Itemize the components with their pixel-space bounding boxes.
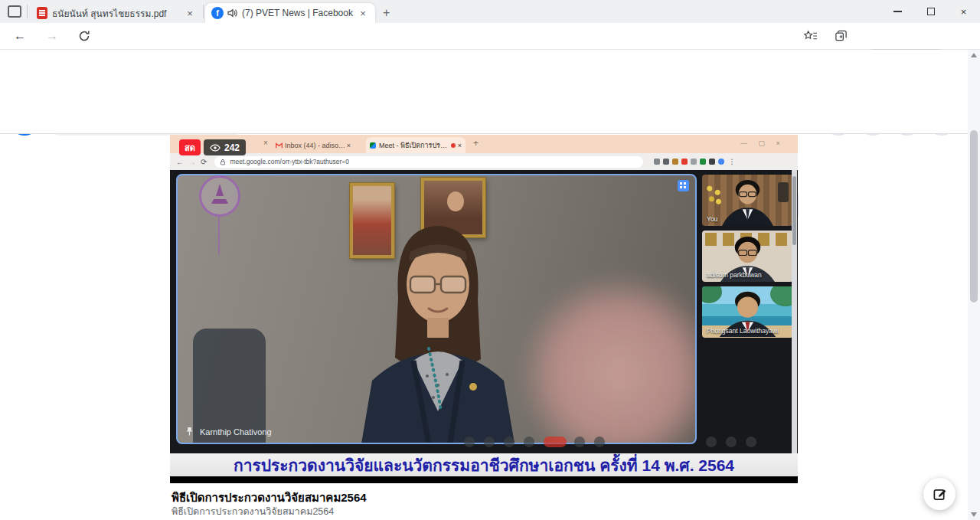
refresh-icon[interactable] xyxy=(78,30,90,42)
inner-refresh-icon: ⟳ xyxy=(201,158,207,166)
inner-back-icon: ← xyxy=(176,158,184,166)
participant-tile: adisorn parkbuwan xyxy=(702,231,793,282)
meet-control xyxy=(706,437,717,447)
window-minimize-button[interactable] xyxy=(881,0,914,23)
participant-tile: You xyxy=(702,175,793,226)
favorites-icon[interactable] xyxy=(804,30,817,42)
meet-control xyxy=(746,437,756,447)
grid-view-icon xyxy=(678,180,689,191)
speaker-namebar: Karnthip Chativong xyxy=(185,427,272,437)
viewer-count-badge: 242 xyxy=(204,139,246,155)
extension-icon xyxy=(691,159,697,165)
scrollbar-thumb[interactable] xyxy=(970,130,978,303)
event-banner-text: การประกวดงานวิจัยและนวัตกรรมอาชีวศึกษาเอ… xyxy=(234,453,734,478)
extension-icon xyxy=(663,159,669,165)
viewer-count: 242 xyxy=(224,142,240,153)
inner-tab-title: Meet - พิธีเปิดการประกวดวิจัย… xyxy=(379,140,449,151)
inner-new-tab-icon: + xyxy=(473,138,479,149)
compose-icon xyxy=(933,487,947,502)
tab-close-icon[interactable]: × xyxy=(357,8,369,19)
star-icon xyxy=(672,159,678,165)
blur-artifact xyxy=(519,274,697,444)
eye-icon xyxy=(210,144,220,152)
pdf-icon xyxy=(37,7,47,19)
recording-dot-icon xyxy=(451,143,456,148)
watermark-tail xyxy=(218,217,220,255)
tab-title: ธนัยนันท์ สุนทรไชยธรรม.pdf xyxy=(52,6,182,21)
video-description: พิธีเปิดการประกวดงานวิจัยสมาคม2564 xyxy=(172,504,334,519)
live-badge: สด xyxy=(179,139,201,155)
gmail-icon xyxy=(276,142,283,149)
letterbox-strip xyxy=(170,476,798,483)
inner-tab-meet: Meet - พิธีเปิดการประกวดวิจัย… × xyxy=(366,137,466,153)
new-tab-icon[interactable]: + xyxy=(383,6,390,20)
inner-chrome-urlbar: ← → ⟳ meet.google.com/orr-yttx-tbk?authu… xyxy=(170,153,798,170)
browser-tab-strip: ธนัยนันท์ สุนทรไชยธรรม.pdf × f (7) PVET … xyxy=(0,0,980,23)
page-scrollbar[interactable] xyxy=(968,50,980,520)
meet-control xyxy=(524,437,534,447)
tab-divider xyxy=(203,5,204,18)
facebook-header: f 9+ 2 Thanainun xyxy=(0,50,980,92)
meet-control xyxy=(726,437,737,447)
participant-label: Phongsant Laowithayawi xyxy=(707,327,779,335)
meet-control xyxy=(484,437,495,447)
inner-forward-icon: → xyxy=(188,158,196,166)
tab-actions-icon[interactable] xyxy=(8,5,21,18)
inner-chrome-tabstrip: × Inbox (44) - adisorn@potkusem… × Meet … xyxy=(170,135,798,153)
meet-end-call-control xyxy=(544,437,567,447)
tab-audio-icon[interactable] xyxy=(227,8,238,18)
inner-url-text: meet.google.com/orr-yttx-tbk?authuser=0 xyxy=(230,158,349,165)
compose-fab-button[interactable] xyxy=(923,478,956,510)
speaker-name: Karnthip Chativong xyxy=(200,427,272,437)
collections-icon[interactable] xyxy=(835,29,848,43)
participant-label: adisorn parkbuwan xyxy=(707,271,762,279)
inner-tab-gmail: Inbox (44) - adisorn@potkusem… × xyxy=(272,137,354,153)
scroll-up-icon[interactable] xyxy=(971,53,977,57)
inner-url-field: meet.google.com/orr-yttx-tbk?authuser=0 xyxy=(214,156,643,168)
acrobat-extension-icon xyxy=(681,159,688,165)
participant-label: You xyxy=(707,215,717,223)
browser-tab-pdf[interactable]: ธนัยนันท์ สุนทรไชยธรรม.pdf × xyxy=(31,3,202,23)
tab-divider xyxy=(27,5,28,18)
meet-icon xyxy=(370,142,376,149)
meet-control xyxy=(594,437,605,447)
browser-tab-facebook[interactable]: f (7) PVET News | Facebook × xyxy=(205,3,375,23)
inner-window-controls: — ▢ × xyxy=(740,139,785,147)
participant-tile: Phongsant Laowithayawi xyxy=(702,286,793,338)
event-banner: การประกวดงานวิจัยและนวัตกรรมอาชีวศึกษาเอ… xyxy=(170,453,798,476)
chrome-menu-icon: ⋮ xyxy=(728,158,735,165)
chrome-profile-icon xyxy=(718,159,724,165)
window-maximize-button[interactable] xyxy=(914,0,947,23)
inner-scrollbar xyxy=(792,170,797,453)
inner-scrollbar-thumb xyxy=(792,176,796,245)
scroll-down-icon[interactable] xyxy=(971,512,977,517)
meet-stage: Karnthip Chativong You xyxy=(170,170,798,453)
tab-close-icon[interactable]: × xyxy=(184,8,196,19)
facebook-favicon: f xyxy=(211,7,224,19)
inner-tab-title: Inbox (44) - adisorn@potkusem… xyxy=(285,142,347,149)
portrait-face xyxy=(447,191,464,211)
screen: ธนัยนันท์ สุนทรไชยธรรม.pdf × f (7) PVET … xyxy=(0,0,980,520)
browser-address-bar: ← → https://www.facebook.com/PVETNews/li… xyxy=(0,23,980,50)
extension-icon xyxy=(654,159,660,165)
meet-control xyxy=(464,437,475,447)
tab-title: (7) PVET News | Facebook xyxy=(242,8,357,18)
drive-extension-icon xyxy=(700,159,706,165)
window-close-button[interactable]: × xyxy=(947,0,980,23)
back-icon[interactable]: ← xyxy=(14,29,26,43)
pin-icon xyxy=(185,427,194,437)
inner-tab-close-icon: × xyxy=(458,142,462,149)
meet-control xyxy=(574,437,585,447)
inner-tab-close-icon: × xyxy=(263,139,268,147)
page-header: PVET News กำลังติดตาม ถูกใจแล้ว ส่งข้อคว… xyxy=(0,92,980,134)
live-video-player[interactable]: × Inbox (44) - adisorn@potkusem… × Meet … xyxy=(170,135,798,483)
forward-icon[interactable]: → xyxy=(46,29,58,43)
meet-main-tile: Karnthip Chativong xyxy=(176,174,697,444)
extension-icon xyxy=(709,159,715,165)
watermark-emblem xyxy=(199,175,240,217)
lock-icon xyxy=(220,159,226,165)
meet-control xyxy=(504,437,514,447)
speaker-figure xyxy=(338,214,537,443)
inner-tab-close-icon: × xyxy=(347,142,351,149)
